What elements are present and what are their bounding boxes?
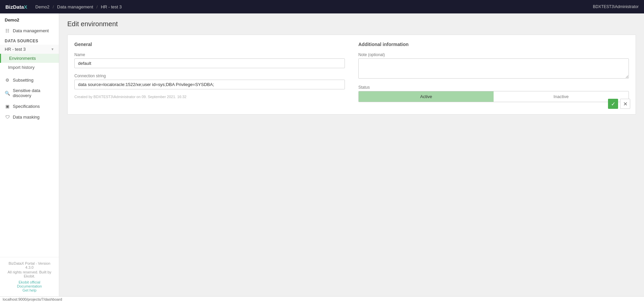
- search-icon: 🔍: [5, 90, 10, 96]
- sidebar-environments-label: Environments: [9, 56, 36, 61]
- name-label: Name: [74, 52, 345, 57]
- note-textarea[interactable]: [358, 58, 629, 79]
- name-field-group: Name: [74, 52, 345, 68]
- sidebar-item-data-masking[interactable]: 🛡 Data masking: [0, 112, 59, 122]
- footer-rights: All rights reserved. Built by Ekobit.: [5, 270, 54, 278]
- page-title: Edit environment: [67, 20, 636, 28]
- form-col-general: General Name Connection string Created b…: [74, 42, 345, 107]
- form-col-additional: Additional information Note (optional) S…: [358, 42, 629, 107]
- form-card: General Name Connection string Created b…: [67, 35, 636, 115]
- footer-version: BizDataX Portal - Version 4.3.0: [5, 261, 54, 269]
- top-navigation: BizDataX Demo2 / Data management / HR - …: [0, 0, 644, 13]
- specs-icon: ▣: [5, 103, 10, 109]
- created-info: Created by BDXTEST3\Administrator on 09.…: [74, 95, 345, 99]
- sidebar-specs-label: Specifications: [13, 104, 40, 109]
- status-bar-url: localhost:9000/projects/7/dashboard: [3, 297, 62, 301]
- nav-left: BizDataX Demo2 / Data management / HR - …: [5, 4, 122, 10]
- sidebar-import-history-label: Import history: [8, 65, 35, 70]
- breadcrumb-sep-1: /: [53, 4, 54, 9]
- status-field-group: Status Active Inactive: [358, 85, 629, 102]
- sidebar-data-source[interactable]: HR - test 3 ▼: [0, 45, 59, 54]
- sidebar-data-sources-label: Data sources: [0, 37, 59, 45]
- save-button[interactable]: ✓: [608, 99, 618, 109]
- connection-string-input[interactable]: [74, 80, 345, 89]
- status-bar: localhost:9000/projects/7/dashboard: [0, 296, 644, 302]
- breadcrumb-data-management[interactable]: Data management: [57, 4, 93, 9]
- name-input[interactable]: [74, 58, 345, 68]
- breadcrumb-sep-2: /: [96, 4, 98, 9]
- connection-string-label: Connection string: [74, 74, 345, 78]
- sidebar-sensitive-label: Sensitive data discovery: [13, 88, 54, 98]
- main-content: Edit environment General Name Connection…: [59, 13, 644, 296]
- note-field-group: Note (optional): [358, 52, 629, 80]
- mask-icon: 🛡: [5, 114, 10, 120]
- action-buttons: ✓ ✕: [608, 99, 630, 109]
- logo[interactable]: BizDataX: [5, 4, 27, 10]
- sidebar-masking-label: Data masking: [13, 115, 39, 120]
- sidebar-project-title: Demo2: [0, 13, 59, 25]
- chevron-down-icon: ▼: [51, 47, 54, 51]
- user-info: BDXTEST3\Administrator: [593, 4, 639, 9]
- sidebar: Demo2 ☷ Data management Data sources HR …: [0, 13, 59, 296]
- footer-help-link[interactable]: Get help: [5, 288, 54, 292]
- sidebar-data-management-label: Data management: [13, 28, 49, 33]
- form-row: General Name Connection string Created b…: [74, 42, 629, 107]
- note-label: Note (optional): [358, 52, 629, 57]
- additional-section-title: Additional information: [358, 42, 629, 47]
- sidebar-item-environments[interactable]: Environments: [0, 54, 59, 63]
- main-layout: Demo2 ☷ Data management Data sources HR …: [0, 13, 644, 296]
- status-active-button[interactable]: Active: [359, 91, 494, 102]
- general-section-title: General: [74, 42, 345, 47]
- breadcrumb-demo2[interactable]: Demo2: [35, 4, 49, 9]
- sidebar-item-specifications[interactable]: ▣ Specifications: [0, 101, 59, 112]
- status-label: Status: [358, 85, 629, 90]
- sidebar-footer: BizDataX Portal - Version 4.3.0 All righ…: [0, 257, 59, 296]
- cancel-button[interactable]: ✕: [620, 99, 630, 109]
- breadcrumb: Demo2 / Data management / HR - test 3: [35, 4, 122, 9]
- sidebar-item-import-history[interactable]: Import history: [0, 63, 59, 72]
- connection-string-field-group: Connection string: [74, 74, 345, 89]
- sidebar-data-source-name: HR - test 3: [5, 47, 26, 52]
- sidebar-item-sensitive-data[interactable]: 🔍 Sensitive data discovery: [0, 85, 59, 101]
- footer-docs-link[interactable]: Documentation: [5, 284, 54, 288]
- sidebar-item-data-management[interactable]: ☷ Data management: [0, 25, 59, 36]
- breadcrumb-hr-test3[interactable]: HR - test 3: [101, 4, 122, 9]
- footer-ekobit-link[interactable]: Ekobit official: [5, 280, 54, 284]
- database-icon: ☷: [5, 28, 10, 33]
- subsetting-icon: ⚙: [5, 77, 10, 83]
- status-toggle: Active Inactive: [358, 91, 629, 102]
- sidebar-subsetting-label: Subsetting: [13, 78, 33, 83]
- sidebar-item-subsetting[interactable]: ⚙ Subsetting: [0, 75, 59, 85]
- logo-text: BizDataX: [5, 4, 27, 10]
